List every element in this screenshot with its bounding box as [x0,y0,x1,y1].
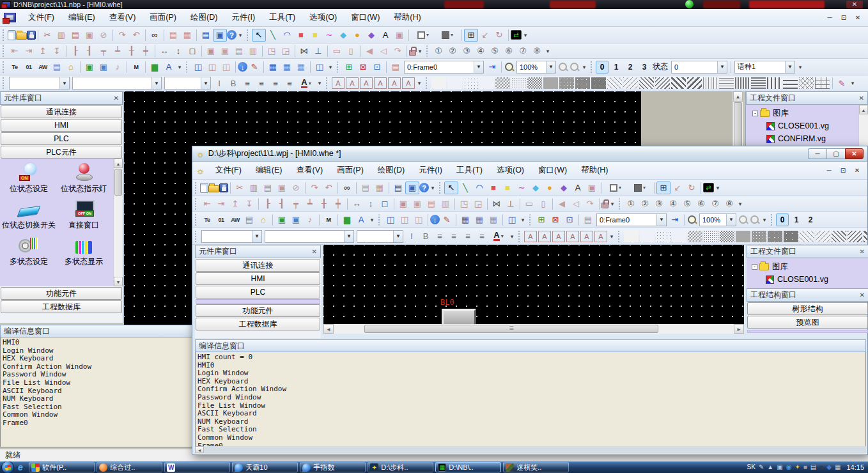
tree-file-row[interactable]: CLOSE001.vg [766,120,868,132]
grid-icon[interactable]: ⊞ [656,182,670,194]
state-2-icon[interactable]: ② [638,198,652,210]
tray-icon[interactable]: SK [747,462,756,472]
pattern-swatch[interactable] [575,77,590,89]
sound-icon[interactable]: ♪ [111,61,125,74]
lib-tab-comm[interactable]: 通讯连接 [196,259,320,272]
tree-folder-row[interactable]: - 图库 [752,260,868,273]
toolbar-grip[interactable] [426,77,428,89]
taskbar-app-4[interactable]: 天霸10 [232,462,298,472]
scroll-thumb[interactable] [114,169,122,196]
macro-icon[interactable]: M [129,61,143,74]
rect-tool-icon[interactable]: ■ [294,29,308,42]
pattern-swatch[interactable] [799,77,814,89]
arc-tool-icon[interactable]: ◠ [280,29,294,42]
nudge-right-icon[interactable]: ⇥ [214,198,228,210]
copy-frame-icon[interactable]: ⊡ [562,213,577,226]
toolbar-overflow-icon[interactable]: ▾ [522,29,529,42]
menu-item[interactable]: 绘图(D) [371,162,412,178]
compile-info-list[interactable]: HMI count = 0HMI0Login WindowHEX Keyboar… [195,352,866,447]
multi-state-display-item[interactable]: 多状态显示 [56,234,111,267]
state-8-icon[interactable]: ⑧ [530,45,544,58]
close-icon[interactable]: ✕ [845,148,864,159]
save-icon[interactable] [27,31,36,40]
menu-item[interactable]: 编辑(E) [249,162,290,178]
tree-folder-row[interactable]: - 图库 [752,107,868,120]
menu-item[interactable]: 查看(V) [289,162,330,178]
toolbar-overflow-icon[interactable]: ▾ [316,77,323,89]
pattern-swatch[interactable] [720,231,734,242]
align-bottom-icon[interactable]: ┷ [303,198,317,210]
menu-item[interactable]: 画面(P) [143,10,183,26]
group-icon[interactable]: ▣ [396,198,410,210]
menu-item[interactable]: 帮助(H) [387,10,428,26]
toolbar-grip[interactable] [3,29,6,41]
state-3-icon[interactable]: ③ [460,45,474,58]
pattern-swatch[interactable] [848,231,862,242]
frame-select-combo[interactable]: 0:Frame0▼ [404,61,484,74]
chevron-down-icon[interactable]: ▼ [393,231,403,242]
font-tool-icon[interactable]: A [162,61,176,74]
freeform-tool-icon[interactable]: ◆ [557,182,571,194]
delete-icon[interactable]: ⊘ [289,182,303,194]
line-tool-icon[interactable]: ╲ [266,29,280,42]
text-tool-icon[interactable]: A [378,29,392,42]
align-text-center-icon[interactable]: ≡ [254,77,268,89]
minimize-icon[interactable]: ─ [808,148,826,159]
toolbar-overflow-icon[interactable]: ▾ [714,182,722,194]
text-shrink-icon[interactable]: A [566,231,579,242]
bold-icon[interactable]: B [419,230,433,243]
chevron-down-icon[interactable]: ▼ [726,214,736,226]
zoom-actual-icon[interactable] [749,214,761,226]
recipe-icon[interactable]: ▆ [340,213,354,226]
close-icon[interactable]: ✕ [846,1,863,8]
toolbar-overflow-icon[interactable]: ▾ [236,29,244,42]
align-top-icon[interactable]: ┯ [289,198,303,210]
chevron-down-icon[interactable]: ▼ [201,77,210,89]
state-4-icon[interactable]: ④ [666,198,680,210]
align-center-v-icon[interactable]: ┿ [139,45,153,58]
pattern-swatch[interactable] [624,231,639,242]
zoom-out-icon[interactable] [738,214,749,226]
chevron-down-icon[interactable]: ▼ [151,77,161,89]
lib-tab-database[interactable]: 工程数据库 [1,300,122,313]
font-family-combo[interactable]: ▼ [201,230,262,243]
taskbar-app-1[interactable]: 软件(P.. [29,462,95,472]
taskbar-app-8[interactable]: 迷棋笑.. [503,462,569,472]
text-list-icon[interactable]: AW [36,61,50,74]
panel-splitter[interactable] [747,330,868,333]
fill-color-icon[interactable]: ▾ [437,29,458,42]
menu-item[interactable]: 文件(F) [208,162,249,178]
menu-item[interactable]: 元件(I) [224,10,262,26]
trend-graph-icon[interactable]: ▦ [458,213,472,226]
copy-icon[interactable]: ▥ [247,182,261,194]
pattern-swatch[interactable] [623,77,638,89]
text-fit-width-icon[interactable]: A [332,77,345,89]
open-folder-icon[interactable] [208,185,219,192]
chevron-down-icon[interactable]: ▼ [785,61,794,73]
text-shrink-icon[interactable]: A [374,77,387,89]
toolbar-overflow-icon[interactable]: ▾ [796,61,804,74]
toolbar-overflow-icon[interactable]: ▾ [415,77,423,89]
state-number-button[interactable]: 1 [610,61,623,74]
toolbar-overflow-icon[interactable]: ▾ [327,61,334,74]
export-window-icon[interactable]: ◫ [398,213,412,226]
tree-file-row[interactable]: CONFIRM.vg [766,132,868,145]
menu-item[interactable]: 工具(T) [262,10,302,26]
scale-icon[interactable]: ↙ [478,29,492,42]
duplicate-icon[interactable]: ▣ [275,182,289,194]
tray-icon[interactable]: ■ [819,462,823,472]
pattern-swatch[interactable] [447,77,462,89]
print-icon[interactable]: ▦ [373,182,387,194]
pattern-swatch[interactable] [656,231,670,242]
panel-scrollbar[interactable]: ▲ ▼ [113,159,123,286]
minimize-icon[interactable]: ─ [824,167,834,174]
image-library-icon[interactable]: ▣ [289,213,303,226]
address-book-icon[interactable]: ▤ [391,182,405,194]
pattern-swatch[interactable] [703,77,718,89]
align-center-h-icon[interactable]: ╂ [317,198,331,210]
font-name-combo[interactable]: ▼ [265,230,354,243]
chevron-down-icon[interactable]: ▼ [717,61,727,73]
layer-up-icon[interactable]: ◳ [457,198,471,210]
state-4-icon[interactable]: ④ [474,45,488,58]
scroll-up-icon[interactable]: ▲ [114,159,123,168]
